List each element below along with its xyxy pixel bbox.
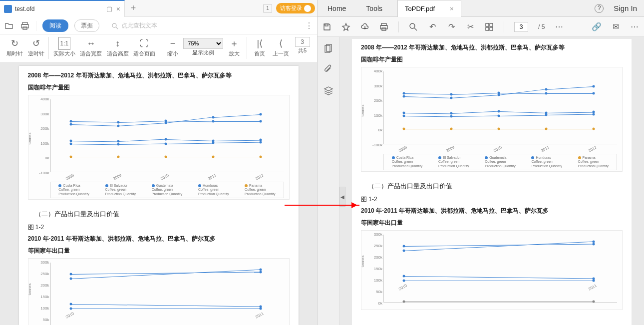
chart1-title-line2: 国咖啡年产量图 bbox=[28, 83, 290, 92]
window-count-badge: 1 bbox=[263, 4, 272, 13]
right-document-area[interactable]: ◀ 2008 年——2012 年哥斯达黎加、危地马拉、洪都拉斯、巴拿马、萨尔瓦多… bbox=[339, 37, 644, 325]
grid-icon[interactable] bbox=[485, 22, 494, 31]
collapse-sidebar-button[interactable]: ◀ bbox=[339, 187, 345, 207]
chart2-title-line2: 等国家年出口量 bbox=[28, 246, 290, 255]
mail-icon[interactable]: ✉ bbox=[611, 22, 620, 31]
chart2-title-line1: 2010 年-2011 年哥斯达黎加、洪都拉斯、危地马拉、巴拿马、萨尔瓦多 bbox=[28, 234, 290, 243]
rotate-cw-button[interactable]: ↻顺时针 bbox=[4, 37, 25, 57]
sign-in-button[interactable]: Sign In bbox=[614, 4, 637, 12]
cut-icon[interactable]: ✂ bbox=[466, 22, 475, 31]
ofd-file-icon bbox=[4, 5, 12, 13]
cloud-icon[interactable] bbox=[360, 22, 369, 31]
r-chart-production: -100k0k100k200k300k400ktonnes20082009201… bbox=[361, 67, 623, 172]
attachments-icon[interactable] bbox=[323, 65, 333, 75]
figure-1-2-label: 图 1-2 bbox=[28, 223, 290, 232]
chart-production: -100k0k100k200k300k400ktonnes20082009201… bbox=[28, 95, 290, 200]
r-chart1-title-line2: 国咖啡年产量图 bbox=[361, 55, 623, 64]
fit-width-button[interactable]: ↔适合宽度 bbox=[78, 37, 104, 57]
left-toolbar-secondary: ↻顺时针 ↺逆时针 1:1实际大小 ↔适合宽度 ↕适合高度 ⛶适合页面 −缩小 … bbox=[0, 35, 317, 63]
thumbnails-icon[interactable] bbox=[323, 44, 333, 54]
r-chart2-title-line1: 2010 年-2011 年哥斯达黎加、洪都拉斯、危地马拉、巴拿马、萨尔瓦多 bbox=[361, 206, 623, 215]
svg-point-3 bbox=[112, 23, 116, 27]
svg-rect-1 bbox=[21, 24, 28, 28]
search-icon bbox=[111, 22, 118, 29]
right-topbar: Home Tools ToPDF.pdf × ? Sign In bbox=[318, 0, 644, 17]
rotate-ccw-button[interactable]: ↺逆时针 bbox=[25, 37, 47, 57]
r-chart1-title-line1: 2008 年——2012 年哥斯达黎加、危地马拉、洪都拉斯、巴拿马、萨尔瓦多等 bbox=[361, 43, 623, 52]
actual-size-button[interactable]: 1:1实际大小 bbox=[51, 37, 77, 57]
page-total-label: / 5 bbox=[538, 23, 545, 30]
search-placeholder: 点此查找文本 bbox=[121, 21, 157, 30]
left-tabbar: test.ofd ▢ × + 1 访客登录 bbox=[0, 0, 317, 17]
page-number-input[interactable] bbox=[514, 22, 528, 32]
zoom-select[interactable]: 75%显示比例 bbox=[183, 37, 223, 56]
r-figure-1-2-label: 图 1-2 bbox=[361, 195, 623, 204]
save-icon[interactable] bbox=[322, 22, 331, 31]
guest-login-button[interactable]: 访客登录 bbox=[276, 3, 315, 13]
left-toolbar-primary: 阅读 票据 点此查找文本 ⋮ bbox=[0, 17, 317, 35]
r-section-2-heading: （二）产品出口量及出口价值 bbox=[361, 182, 623, 191]
link-icon[interactable]: 🔗 bbox=[592, 22, 601, 31]
right-body: ◀ 2008 年——2012 年哥斯达黎加、危地马拉、洪都拉斯、巴拿马、萨尔瓦多… bbox=[318, 37, 644, 325]
chart-export: 0k50k100k150k200k250k300ktonnes20102011 bbox=[28, 258, 290, 325]
page-total-label: 3共5 bbox=[292, 37, 313, 54]
search-box[interactable]: 点此查找文本 bbox=[111, 21, 157, 30]
undo-icon[interactable]: ↶ bbox=[428, 22, 437, 31]
pdf-viewer-pane: Home Tools ToPDF.pdf × ? Sign In ↶ ↷ ✂ /… bbox=[318, 0, 644, 325]
svg-rect-12 bbox=[490, 27, 493, 30]
zoom-in-button[interactable]: ＋放大 bbox=[223, 37, 245, 57]
chart1-title-line1: 2008 年——2012 年哥斯达黎加、危地马拉、洪都拉斯、巴拿马、萨尔瓦多等 bbox=[28, 71, 290, 80]
file-tab[interactable]: test.ofd ▢ × bbox=[0, 0, 125, 17]
svg-rect-6 bbox=[380, 25, 387, 29]
toolbar-more-icon[interactable]: ⋯ bbox=[555, 22, 564, 31]
print-icon[interactable] bbox=[20, 21, 30, 31]
open-icon[interactable] bbox=[4, 21, 14, 31]
nav-home[interactable]: Home bbox=[318, 4, 356, 12]
section-2-heading: （二）产品出口量及出口价值 bbox=[28, 210, 290, 219]
svg-rect-10 bbox=[490, 23, 493, 26]
piaoju-mode-button[interactable]: 票据 bbox=[74, 19, 99, 32]
find-icon[interactable] bbox=[409, 22, 418, 31]
fit-page-button[interactable]: ⛶适合页面 bbox=[131, 37, 157, 57]
pdf-tab-title: ToPDF.pdf bbox=[405, 5, 435, 12]
nav-tools[interactable]: Tools bbox=[356, 4, 392, 12]
svg-rect-11 bbox=[486, 27, 489, 30]
star-icon[interactable] bbox=[341, 22, 350, 31]
right-sidebar bbox=[318, 37, 339, 325]
svg-point-8 bbox=[410, 23, 415, 28]
left-document-area[interactable]: 2008 年——2012 年哥斯达黎加、危地马拉、洪都拉斯、巴拿马、萨尔瓦多等 … bbox=[0, 63, 317, 325]
print-icon[interactable] bbox=[379, 22, 388, 31]
help-icon[interactable]: ? bbox=[595, 4, 604, 13]
more-icon[interactable]: ⋮ bbox=[305, 21, 313, 30]
pdf-file-tab[interactable]: ToPDF.pdf × bbox=[397, 0, 461, 17]
ofd-viewer-pane: test.ofd ▢ × + 1 访客登录 阅读 票据 点此查找文本 ⋮ ↻顺时… bbox=[0, 0, 318, 325]
right-toolbar: ↶ ↷ ✂ / 5 ⋯ 🔗 ✉ ⋯ bbox=[318, 17, 644, 37]
detach-icon[interactable]: ▢ bbox=[106, 5, 112, 12]
close-tab-icon[interactable]: × bbox=[116, 5, 120, 13]
svg-rect-4 bbox=[325, 24, 328, 26]
overflow-icon[interactable]: ⋯ bbox=[630, 22, 639, 31]
zoom-percent-select[interactable]: 75% bbox=[183, 38, 223, 49]
redo-icon[interactable]: ↷ bbox=[447, 22, 456, 31]
svg-rect-9 bbox=[486, 23, 489, 26]
conversion-arrow bbox=[285, 205, 359, 206]
avatar-icon bbox=[304, 5, 311, 12]
file-tab-title: test.ofd bbox=[15, 5, 106, 12]
r-chart-export: 0k50k100k150k200k250k300ktonnes20102011 bbox=[361, 230, 623, 310]
right-page: 2008 年——2012 年哥斯达黎加、危地马拉、洪都拉斯、巴拿马、萨尔瓦多等 … bbox=[352, 39, 632, 325]
first-page-button[interactable]: |⟨首页 bbox=[249, 37, 271, 57]
prev-page-button[interactable]: ⟨上一页 bbox=[271, 37, 292, 57]
new-tab-button[interactable]: + bbox=[125, 3, 142, 13]
layers-icon[interactable] bbox=[323, 86, 333, 96]
zoom-out-button[interactable]: −缩小 bbox=[162, 37, 184, 57]
fit-height-button[interactable]: ↕适合高度 bbox=[104, 37, 131, 57]
read-mode-button[interactable]: 阅读 bbox=[42, 19, 68, 32]
left-page: 2008 年——2012 年哥斯达黎加、危地马拉、洪都拉斯、巴拿马、萨尔瓦多等 … bbox=[19, 66, 299, 325]
r-chart2-title-line2: 等国家年出口量 bbox=[361, 218, 623, 227]
close-pdf-tab-icon[interactable]: × bbox=[450, 5, 454, 12]
